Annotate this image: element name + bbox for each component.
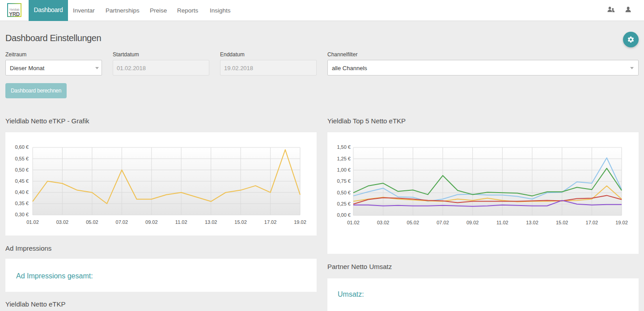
- svg-text:0,60 €: 0,60 €: [15, 144, 29, 150]
- svg-text:0,30 €: 0,30 €: [15, 212, 29, 217]
- svg-text:0,55 €: 0,55 €: [15, 156, 29, 161]
- svg-text:05.02: 05.02: [86, 219, 98, 225]
- svg-text:0,50 €: 0,50 €: [15, 167, 29, 172]
- svg-text:17.02: 17.02: [586, 220, 598, 225]
- svg-text:11.02: 11.02: [175, 219, 187, 225]
- svg-text:19.02: 19.02: [615, 220, 628, 225]
- svg-text:07.02: 07.02: [116, 219, 128, 225]
- svg-text:09.02: 09.02: [466, 220, 479, 225]
- svg-text:15.02: 15.02: [556, 220, 568, 225]
- svg-text:19.02: 19.02: [294, 219, 306, 225]
- svg-text:1,50 €: 1,50 €: [337, 144, 351, 150]
- svg-text:15.02: 15.02: [234, 219, 247, 225]
- svg-text:05.02: 05.02: [407, 220, 419, 225]
- svg-text:07.02: 07.02: [436, 220, 449, 225]
- svg-text:0,45 €: 0,45 €: [15, 178, 29, 184]
- svg-text:1,25 €: 1,25 €: [337, 156, 351, 161]
- svg-text:13.02: 13.02: [205, 219, 217, 225]
- svg-text:03.02: 03.02: [377, 220, 390, 225]
- svg-text:03.02: 03.02: [56, 219, 69, 225]
- svg-text:0,40 €: 0,40 €: [15, 189, 29, 195]
- svg-text:01.02: 01.02: [26, 219, 39, 225]
- svg-text:01.02: 01.02: [347, 220, 360, 225]
- svg-text:0,50 €: 0,50 €: [337, 190, 351, 195]
- svg-text:0,25 €: 0,25 €: [337, 201, 351, 206]
- svg-text:09.02: 09.02: [145, 219, 158, 225]
- svg-text:0,75 €: 0,75 €: [337, 178, 351, 184]
- svg-text:0,35 €: 0,35 €: [15, 201, 29, 206]
- svg-text:0,00 €: 0,00 €: [337, 212, 351, 218]
- svg-text:11.02: 11.02: [496, 220, 508, 225]
- svg-text:13.02: 13.02: [526, 220, 538, 225]
- svg-text:1,00 €: 1,00 €: [337, 167, 351, 172]
- svg-text:17.02: 17.02: [264, 219, 277, 225]
